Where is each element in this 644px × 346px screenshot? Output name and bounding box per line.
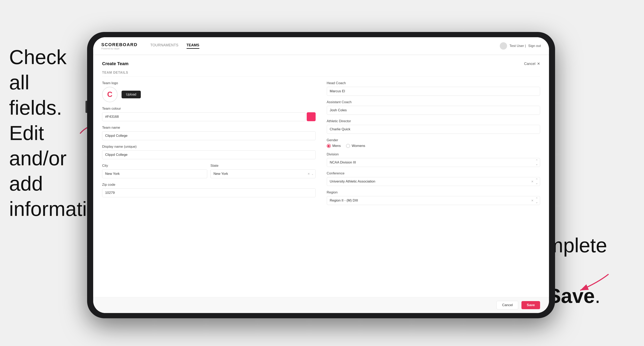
form-footer: Cancel Save [93,297,549,313]
user-name: Test User | [510,44,526,48]
conference-input[interactable] [327,177,540,186]
team-name-label: Team name [102,126,316,130]
assistant-coach-label: Assistant Coach [327,100,540,104]
main-content: Create Team Cancel ✕ TEAM DETAILS Team l… [93,55,549,297]
region-group: Region ✕ ⌃⌄ [327,190,540,205]
team-logo-circle: C [102,87,118,102]
logo-letter: C [107,90,112,99]
radio-mens-circle [327,144,331,148]
page-title-bar: Create Team Cancel ✕ [102,61,540,66]
arrow-right-icon [574,270,610,292]
nav-tournaments[interactable]: TOURNAMENTS [149,43,180,49]
athletic-director-label: Athletic Director [327,119,540,123]
conference-label: Conference [327,172,540,175]
team-logo-label: Team logo [102,81,316,85]
city-state-row: City State ✕ ⌄ [102,164,316,178]
display-name-group: Display name (unique) [102,145,316,159]
tablet-side-button [86,101,87,113]
state-select-wrapper: ✕ ⌄ [210,169,316,178]
gender-radio-group: Mens Womens [327,144,540,148]
nav-teams[interactable]: TEAMS [186,43,199,49]
conference-clear-icon[interactable]: ✕ [531,180,534,183]
left-column: Team logo C Upload Team colour [102,81,316,209]
right-column: Head Coach Assistant Coach Athletic Dire… [327,81,540,209]
athletic-director-group: Athletic Director [327,119,540,134]
assistant-coach-input[interactable] [327,106,540,115]
gender-group: Gender Mens Womens [327,138,540,148]
assistant-coach-group: Assistant Coach [327,100,540,115]
section-label: TEAM DETAILS [102,71,540,77]
head-coach-input[interactable] [327,87,540,96]
logo-text: SCOREBOARD [101,42,138,47]
head-coach-label: Head Coach [327,81,540,85]
nav-links: TOURNAMENTS TEAMS [149,43,500,49]
page-title: Create Team [102,61,128,66]
region-label: Region [327,190,540,194]
team-colour-group: Team colour [102,107,316,121]
team-colour-input[interactable] [102,112,306,121]
display-name-label: Display name (unique) [102,145,316,149]
logo-upload-row: C Upload [102,87,316,102]
conference-group: Conference ✕ ⌃⌄ [327,172,540,186]
display-name-input[interactable] [102,150,316,159]
division-input[interactable] [327,158,540,167]
city-label: City [102,164,207,168]
gender-label: Gender [327,138,540,142]
athletic-director-input[interactable] [327,125,540,134]
region-select-wrapper: ✕ ⌃⌄ [327,196,540,205]
state-clear-icon[interactable]: ✕ [308,172,310,175]
team-colour-label: Team colour [102,107,316,111]
city-input[interactable] [102,169,207,178]
colour-input-row [102,112,316,121]
logo-subtext: Powered by clippit [101,47,138,50]
zip-group: Zip code [102,183,316,197]
tablet-screen: SCOREBOARD Powered by clippit TOURNAMENT… [93,37,549,313]
region-clear-icon[interactable]: ✕ [531,199,534,202]
conference-select-wrapper: ✕ ⌃⌄ [327,177,540,186]
colour-swatch[interactable] [307,112,316,121]
save-button[interactable]: Save [522,301,540,309]
team-name-group: Team name [102,126,316,140]
cancel-x-button[interactable]: Cancel ✕ [524,61,540,66]
nav-right: Test User | Sign out [500,42,541,50]
form-grid: Team logo C Upload Team colour [102,81,540,209]
state-label: State [210,164,316,168]
tablet-device: SCOREBOARD Powered by clippit TOURNAMENT… [87,32,555,318]
state-chevron-icon: ⌄ [311,173,314,175]
team-logo-group: Team logo C Upload [102,81,316,102]
radio-womens-circle [346,144,350,148]
sign-out-link[interactable]: Sign out [528,44,541,48]
navbar: SCOREBOARD Powered by clippit TOURNAMENT… [93,37,549,55]
radio-mens-dot [328,145,330,147]
city-group: City [102,164,207,178]
state-input[interactable] [210,169,316,178]
region-input[interactable] [327,196,540,205]
logo-area: SCOREBOARD Powered by clippit [101,42,138,50]
team-name-input[interactable] [102,131,316,140]
gender-mens-option[interactable]: Mens [327,144,341,148]
user-avatar [500,42,507,50]
instruction-left: Check all fields. Edit and/or add inform… [9,44,86,222]
upload-button[interactable]: Upload [122,91,141,98]
state-group: State ✕ ⌄ [210,164,316,178]
division-select-wrapper: ⌃⌄ [327,158,540,167]
zip-label: Zip code [102,183,316,187]
close-icon: ✕ [537,61,540,66]
cancel-button[interactable]: Cancel [496,301,518,309]
head-coach-group: Head Coach [327,81,540,96]
division-label: Division [327,152,540,157]
zip-input[interactable] [102,188,316,197]
gender-womens-option[interactable]: Womens [346,144,365,148]
division-group: Division ⌃⌄ [327,152,540,167]
